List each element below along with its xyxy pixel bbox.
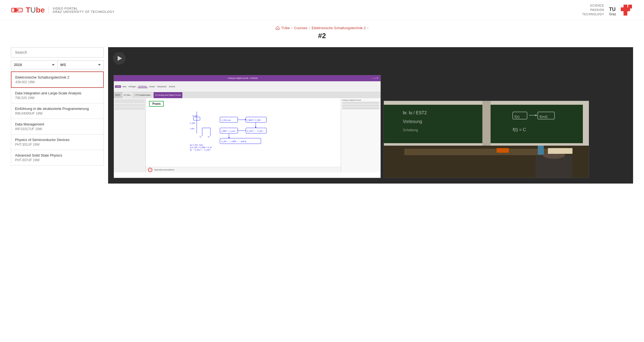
breadcrumb-section: TUbe / Courses / Elektronische Schaltung… (0, 20, 644, 47)
svg-text:I_GS↑: I_GS↑ (227, 119, 232, 121)
course-item[interactable]: Elektronische Schaltungstechnik 2 439.00… (11, 71, 104, 88)
pres-sidebar (114, 98, 146, 172)
svg-text:I_REF: I_REF (190, 128, 195, 130)
course-code: PHT.301UF 19W (15, 143, 100, 146)
portal-info: VIDEO PORTAL GRAZ UNIVERSITY OF TECHNOLO… (49, 7, 115, 13)
main-content: 2019 2018 2017 2016 WS SS Elektronische … (0, 47, 644, 194)
svg-text:R_SET: R_SET (192, 115, 198, 117)
course-name: Advanced Solid State Physics (15, 153, 100, 157)
course-name: Einführung in die strukturierte Programm… (15, 107, 100, 111)
home-icon (276, 26, 280, 30)
svg-text:2) V_GS = V_REF + V_th: 2) V_GS = V_REF + V_th (190, 146, 212, 149)
svg-text:TU: TU (609, 7, 616, 12)
circuit-diagram: V_DD R_SET I_REF T₁ T₂ (149, 109, 337, 152)
play-button[interactable] (113, 52, 126, 65)
course-item[interactable]: Data Management INF.01017UF 19W (11, 119, 104, 134)
svg-text:V_GSD ↑: V_GSD ↑ (230, 130, 236, 132)
tug-logo: TU Graz (609, 3, 633, 17)
papers (548, 148, 572, 154)
svg-text:V_OUT ↑→ V_GS ↓: V_OUT ↑→ V_GS ↓ (247, 130, 264, 132)
logo-text: TUbe (26, 6, 45, 14)
course-item[interactable]: Physics of Semiconductor Devices PHT.301… (11, 134, 104, 150)
svg-text:br. lo / EST2: br. lo / EST2 (403, 111, 427, 115)
svg-text:I_REF ↑↑: I_REF ↑↑ (221, 130, 229, 132)
presentation-screen: Analog & Digital Circuits - OneNote — □ … (114, 75, 381, 178)
desk-surface (404, 149, 548, 155)
pres-controls: — □ ✕ (372, 77, 378, 79)
pres-titlebar: Analog & Digital Circuits - OneNote — □ … (114, 75, 381, 81)
header-left: TUbe VIDEO PORTAL GRAZ UNIVERSITY OF TEC… (11, 6, 115, 14)
course-code: 706.520 19W (15, 96, 100, 100)
pres-title: Analog & Digital Circuits - OneNote (116, 77, 370, 79)
blackboard-left: br. lo / EST2 Vorlesung Schaltung (384, 105, 486, 143)
breadcrumb-courses[interactable]: Courses (294, 26, 307, 30)
course-name: Elektronische Schaltungstechnik 2 (15, 75, 99, 79)
course-list: Elektronische Schaltungstechnik 2 439.00… (11, 71, 104, 166)
svg-text:T₂: T₂ (208, 136, 210, 138)
bottle (538, 146, 544, 155)
pres-tabs: EST2 07 Intro... 07 Fundamentals... EC A… (114, 92, 381, 98)
blackboard-right: f(x) f(out) f(t) = C (491, 105, 583, 143)
search-input[interactable] (11, 47, 104, 58)
svg-text:3) → V_GS, t → V_out t: 3) → V_GS, t → V_out t (190, 149, 210, 151)
svg-text:V_DD: V_DD (190, 122, 195, 124)
site-header: TUbe VIDEO PORTAL GRAZ UNIVERSITY OF TEC… (0, 0, 644, 20)
course-item[interactable]: Einführung in die strukturierte Programm… (11, 103, 104, 119)
svg-text:A₁ V_GS - kurz: A₁ V_GS - kurz (190, 144, 203, 146)
breadcrumb: TUbe / Courses / Elektronische Schaltung… (0, 26, 644, 30)
course-item[interactable]: Data Integration and Large-Scale Analysi… (11, 88, 104, 103)
course-name: Data Management (15, 122, 100, 126)
svg-text:Schaltung: Schaltung (403, 128, 418, 132)
breadcrumb-home[interactable]: TUbe (281, 26, 290, 30)
pres-canvas: Praxis V_DD R_SET I_REF (114, 98, 381, 172)
course-code: PHT.307UF 19W (15, 158, 100, 162)
person-silhouette (536, 155, 572, 178)
svg-text:f(out): f(out) (539, 115, 547, 119)
pres-main: Praxis V_DD R_SET I_REF (146, 98, 340, 172)
bottombar-text: Operationsverstärker (154, 169, 174, 171)
logo[interactable]: TUbe VIDEO PORTAL GRAZ UNIVERSITY OF TEC… (11, 6, 115, 14)
pres-toolbar: Datei Start Einfügen Zeichnen Verlauf Üb… (114, 81, 381, 92)
header-right: SCIENCE PASSION TECHNOLOGY TU Graz (582, 3, 633, 17)
video-container: Analog & Digital Circuits - OneNote — □ … (108, 47, 633, 184)
svg-text:Vorlesung: Vorlesung (403, 119, 422, 124)
course-code: INF.01017UF 19W (15, 127, 100, 131)
video-area: Analog & Digital Circuits - OneNote — □ … (108, 47, 633, 184)
course-name: Data Integration and Large-Scale Analysi… (15, 91, 100, 95)
course-item[interactable]: Advanced Solid State Physics PHT.307UF 1… (11, 150, 104, 166)
praxis-label: Praxis (149, 101, 164, 107)
course-code: 439.002 19W (15, 80, 99, 84)
page-title: #2 (0, 32, 644, 40)
tube-logo-icon (11, 6, 23, 14)
pres-bottombar: i Operationsverstärker (146, 167, 340, 172)
semester-select[interactable]: WS SS (57, 60, 104, 69)
pres-right-panel: Analog & Digital Circuits (341, 98, 381, 172)
desk-area (384, 146, 589, 178)
pillar (482, 101, 491, 151)
svg-text:f(t) = C: f(t) = C (513, 127, 526, 132)
classroom-bg: br. lo / EST2 Vorlesung Schaltung f(x) (384, 101, 589, 178)
classroom-screen: br. lo / EST2 Vorlesung Schaltung f(x) (384, 101, 589, 178)
course-name: Physics of Semiconductor Devices (15, 138, 100, 142)
svg-text:T₁: T₁ (200, 136, 201, 138)
svg-text:Graz: Graz (609, 12, 616, 16)
svg-rect-5 (628, 5, 632, 8)
sidebar: 2019 2018 2017 2016 WS SS Elektronische … (11, 47, 104, 184)
svg-text:I_NEXT↑ V_DD↑: I_NEXT↑ V_DD↑ (247, 119, 261, 121)
filter-row: 2019 2018 2017 2016 WS SS (11, 60, 104, 69)
orange-object (497, 148, 509, 153)
course-code: INB.04000UF 19W (15, 112, 100, 115)
svg-text:f(x): f(x) (515, 115, 520, 119)
svg-text:V_GS ↓ → I_REF ↓ → und 3): V_GS ↓ → I_REF ↓ → und 3) (221, 140, 246, 143)
play-icon (118, 56, 122, 61)
year-select[interactable]: 2019 2018 2017 2016 (11, 60, 57, 69)
tug-tagline: SCIENCE PASSION TECHNOLOGY (582, 4, 604, 17)
breadcrumb-course[interactable]: Elektronische Schaltungstechnik 2 (311, 26, 366, 30)
